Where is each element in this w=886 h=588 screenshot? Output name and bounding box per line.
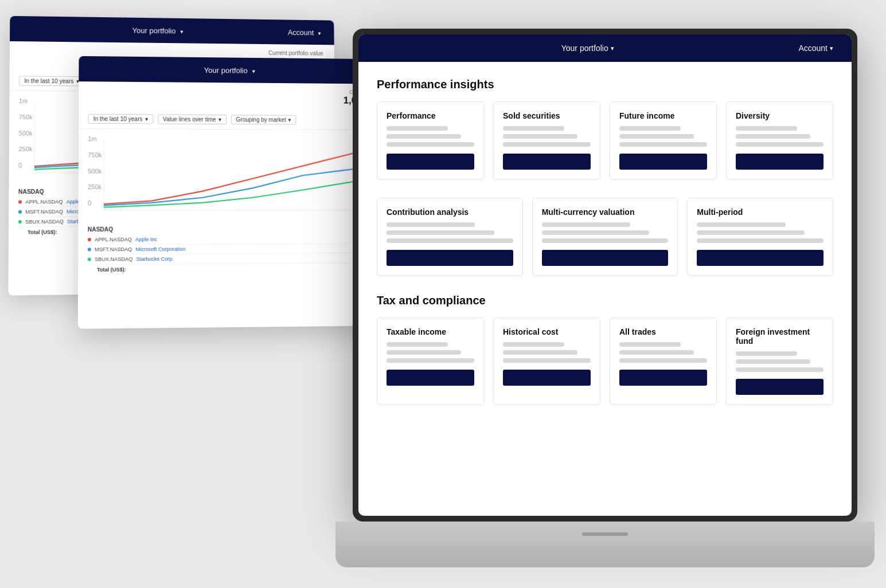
- card-sold-btn[interactable]: [503, 154, 591, 170]
- laptop-notch: [582, 532, 628, 536]
- name-1-mid: Apple Inc: [135, 237, 157, 242]
- portfolio-chevron-back: ▾: [180, 28, 183, 34]
- name-3-mid: Starbucks Corp.: [136, 256, 173, 262]
- portfolio-chevron-laptop: ▾: [611, 45, 614, 52]
- card-historical[interactable]: Historical cost: [493, 317, 600, 405]
- filter-time-back[interactable]: In the last 10 years ▾: [19, 76, 84, 86]
- card-sold-securities[interactable]: Sold securities: [493, 101, 600, 179]
- tax-section: Tax and compliance Taxable income: [377, 294, 833, 405]
- laptop-screen-outer: Your portfolio ▾ Account ▾ Performance i…: [353, 29, 857, 522]
- card-taxable[interactable]: Taxable income: [377, 317, 484, 405]
- tax-grid: Taxable income Historical cost: [377, 317, 833, 405]
- card-performance-btn[interactable]: [387, 154, 474, 170]
- card-historical-btn[interactable]: [503, 370, 591, 386]
- nav-bar-laptop: Your portfolio ▾ Account ▾: [358, 34, 852, 62]
- laptop-screen-inner: Your portfolio ▾ Account ▾ Performance i…: [358, 34, 852, 516]
- card-future-btn[interactable]: [619, 154, 707, 170]
- card-all-trades-btn[interactable]: [619, 370, 707, 386]
- account-label-back: Account: [288, 28, 314, 37]
- card-line-7: [619, 126, 681, 131]
- card-all-trades[interactable]: All trades: [610, 317, 717, 405]
- card-line-18: [542, 238, 669, 243]
- dot-2-back: [18, 210, 22, 214]
- laptop: Your portfolio ▾ Account ▾ Performance i…: [335, 29, 875, 567]
- card-taxable-btn[interactable]: [387, 370, 474, 386]
- card-line-25: [503, 342, 564, 347]
- card-line-21: [697, 238, 823, 243]
- card-line-6: [503, 142, 591, 147]
- svg-text:750k: 750k: [88, 151, 102, 158]
- card-taxable-title: Taxable income: [387, 327, 474, 336]
- card-line-13: [387, 222, 475, 227]
- card-future-income[interactable]: Future income: [610, 101, 717, 179]
- svg-text:0: 0: [18, 162, 22, 168]
- scene: Your portfolio ▾ Account ▾ Current portf…: [0, 0, 886, 588]
- portfolio-nav-back[interactable]: Your portfolio ▾: [132, 26, 183, 35]
- card-line-31: [736, 351, 797, 356]
- svg-text:0: 0: [88, 199, 91, 206]
- card-line-16: [542, 222, 630, 227]
- laptop-base: [335, 522, 875, 567]
- nav-bar-back: Your portfolio ▾ Account ▾: [10, 16, 334, 45]
- card-multiperiod[interactable]: Multi-period: [687, 198, 833, 276]
- card-multiperiod-btn[interactable]: [697, 250, 823, 266]
- portfolio-nav-mid[interactable]: Your portfolio ▾: [204, 66, 255, 75]
- card-line-33: [736, 367, 823, 372]
- card-line-5: [503, 134, 577, 139]
- card-line-22: [387, 342, 448, 347]
- account-nav-back[interactable]: Account ▾: [288, 28, 321, 37]
- card-line-26: [503, 350, 577, 355]
- card-line-2: [387, 134, 461, 139]
- ticker-2-back: MSFT.NASDAQ: [25, 209, 63, 215]
- card-line-11: [736, 134, 810, 139]
- card-multicurrency-btn[interactable]: [542, 250, 669, 266]
- dot-3-mid: [88, 258, 91, 261]
- svg-text:1m: 1m: [88, 135, 97, 142]
- card-diversity-title: Diversity: [736, 111, 823, 120]
- card-future-income-title: Future income: [619, 111, 707, 120]
- card-multicurrency[interactable]: Multi-currency valuation: [532, 198, 678, 276]
- ticker-1-back: APPL.NASDAQ: [25, 199, 63, 205]
- main-content: Performance insights Performance: [358, 62, 852, 516]
- insights-section: Performance insights Performance: [377, 78, 833, 276]
- card-foreign-btn[interactable]: [736, 379, 823, 395]
- card-line-24: [387, 358, 474, 363]
- card-line-14: [387, 230, 494, 235]
- ticker-2-mid: MSFT.NASDAQ: [95, 246, 132, 252]
- filter-view-mid[interactable]: Value lines over time ▾: [158, 114, 227, 124]
- card-line-12: [736, 142, 823, 147]
- filter-time-label-mid: In the last 10 years: [93, 116, 143, 123]
- dot-2-mid: [88, 248, 91, 251]
- card-contribution[interactable]: Contribution analysis: [377, 198, 523, 276]
- card-line-17: [542, 230, 650, 235]
- insights-grid-row2: Contribution analysis Multi-currency val…: [377, 198, 833, 276]
- account-nav-laptop[interactable]: Account ▾: [798, 44, 833, 53]
- svg-text:250k: 250k: [18, 146, 33, 152]
- card-diversity[interactable]: Diversity: [726, 101, 833, 179]
- filter-view-chevron-mid: ▾: [218, 116, 221, 123]
- card-multicurrency-title: Multi-currency valuation: [542, 207, 669, 217]
- filter-group-chevron-mid: ▾: [288, 117, 291, 123]
- svg-text:500k: 500k: [88, 167, 102, 174]
- filter-group-label-mid: Grouping by market: [236, 116, 286, 123]
- card-line-29: [619, 350, 694, 355]
- card-line-32: [736, 359, 810, 364]
- dot-1-back: [18, 200, 22, 203]
- card-contribution-btn[interactable]: [387, 250, 513, 266]
- portfolio-nav-laptop[interactable]: Your portfolio ▾: [561, 44, 614, 53]
- card-diversity-btn[interactable]: [736, 154, 823, 170]
- filter-time-label-back: In the last 10 years: [24, 78, 73, 85]
- card-foreign-title: Foreign investment fund: [736, 327, 823, 346]
- card-line-23: [387, 350, 461, 355]
- filter-group-mid[interactable]: Grouping by market ▾: [231, 115, 296, 125]
- portfolio-label-back: Your portfolio: [132, 26, 176, 35]
- svg-text:250k: 250k: [88, 183, 102, 190]
- insights-title: Performance insights: [377, 78, 833, 91]
- card-foreign[interactable]: Foreign investment fund: [726, 317, 833, 405]
- card-performance[interactable]: Performance: [377, 101, 484, 179]
- card-line-4: [503, 126, 564, 131]
- card-sold-securities-title: Sold securities: [503, 111, 591, 120]
- svg-line-5: [34, 102, 35, 173]
- account-chevron-laptop: ▾: [830, 45, 833, 52]
- filter-time-mid[interactable]: In the last 10 years ▾: [88, 114, 153, 124]
